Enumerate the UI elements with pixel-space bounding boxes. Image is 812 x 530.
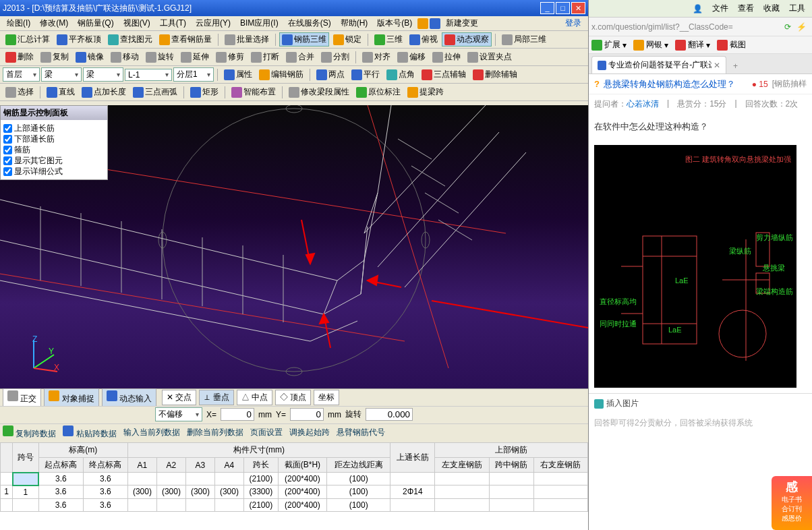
login-link[interactable]: 登录 xyxy=(561,16,585,30)
col-a3[interactable]: A3 xyxy=(185,458,214,473)
table-cell[interactable]: (100) xyxy=(327,485,390,499)
table-cell[interactable]: (200*400) xyxy=(278,485,326,499)
col-a1[interactable]: A1 xyxy=(127,458,156,473)
batch-select-button[interactable]: 批量选择 xyxy=(222,32,272,47)
table-cell[interactable] xyxy=(13,473,38,485)
col-left-support[interactable]: 左支座钢筋 xyxy=(435,458,489,473)
paste-span-button[interactable]: 粘贴跨数据 xyxy=(63,425,116,440)
input-col-button[interactable]: 输入当前列数据 xyxy=(123,427,180,438)
insert-image-button[interactable]: 插入图片 xyxy=(589,393,812,413)
br-menu-view[interactable]: 查看 xyxy=(738,3,754,14)
table-cell[interactable] xyxy=(185,473,214,485)
comp-name-dropdown[interactable]: L-1 xyxy=(125,69,172,81)
edit-rebar-button[interactable]: 编辑钢筋 xyxy=(256,67,306,82)
coord-toggle[interactable]: 坐标 xyxy=(314,390,339,405)
table-cell[interactable]: (2100) xyxy=(243,473,278,485)
menu-view[interactable]: 视图(V) xyxy=(119,16,154,30)
span-button[interactable]: 提梁跨 xyxy=(405,85,446,99)
col-right-support[interactable]: 右支座钢筋 xyxy=(533,458,587,473)
ortho-toggle[interactable]: 正交 xyxy=(3,388,41,407)
cantilever-code-button[interactable]: 悬臂钢筋代号 xyxy=(337,427,385,438)
menu-version[interactable]: 版本号(B) xyxy=(373,16,416,30)
table-cell[interactable]: 1 xyxy=(1,485,13,499)
col-a4[interactable]: A4 xyxy=(214,458,243,473)
copy-button[interactable]: 复制 xyxy=(38,50,71,64)
rect-button[interactable]: 矩形 xyxy=(187,85,221,99)
col-elevation[interactable]: 标高(m) xyxy=(38,443,127,458)
menu-draw[interactable]: 绘图(I) xyxy=(3,16,34,30)
table-cell[interactable] xyxy=(489,498,533,511)
osnap-toggle[interactable]: 对象捕捉 xyxy=(44,388,98,407)
col-a2[interactable]: A2 xyxy=(156,458,185,473)
globe-icon[interactable] xyxy=(417,18,428,29)
span-table[interactable]: 跨号 标高(m) 构件尺寸(mm) 上通长筋 上部钢筋 起点标高 终点标高 A1… xyxy=(0,442,588,530)
merge-button[interactable]: 合并 xyxy=(283,50,317,64)
table-cell[interactable] xyxy=(13,498,38,511)
menu-bim[interactable]: BIM应用(I) xyxy=(236,16,283,30)
grip-button[interactable]: 设置夹点 xyxy=(465,50,515,64)
inplace-button[interactable]: 原位标注 xyxy=(353,85,403,99)
floor-dropdown[interactable]: 首层 xyxy=(3,67,40,82)
threepoint-aux-button[interactable]: 三点辅轴 xyxy=(419,67,469,82)
vertex-toggle[interactable]: ◇ 顶点 xyxy=(275,390,311,405)
select-tool-button[interactable]: 选择 xyxy=(3,85,36,99)
comp-type-dropdown[interactable]: 梁 xyxy=(83,67,123,82)
comp-cat-dropdown[interactable]: 梁 xyxy=(41,67,82,82)
layer-dropdown[interactable]: 分层1 xyxy=(173,67,214,82)
table-cell[interactable] xyxy=(435,473,489,485)
rotate-button[interactable]: 旋转 xyxy=(143,50,177,64)
move-button[interactable]: 移动 xyxy=(108,50,142,64)
twopoint-button[interactable]: 两点 xyxy=(314,67,347,82)
delete-col-button[interactable]: 删除当前列数据 xyxy=(187,427,243,438)
smart-button[interactable]: 智能布置 xyxy=(229,85,279,99)
offset-button[interactable]: 偏移 xyxy=(395,50,428,64)
menu-newchange[interactable]: 新建变更 xyxy=(442,16,482,30)
table-cell[interactable] xyxy=(1,473,13,485)
table-cell[interactable] xyxy=(390,473,435,485)
orbit-button[interactable]: 动态观察 xyxy=(442,32,492,47)
menu-cloud[interactable]: 云应用(Y) xyxy=(192,16,235,30)
rebar-3d-button[interactable]: 钢筋三维 xyxy=(279,32,329,47)
local-3d-button[interactable]: 局部三维 xyxy=(499,32,549,47)
lightning-icon[interactable]: ⚡ xyxy=(794,22,809,32)
question-diagram[interactable]: 图二 建筑转角双向悬挑梁处加强 梁纵筋 剪力墙纵筋 悬挑梁 梁端构造筋 直径标高… xyxy=(594,145,796,388)
find-button[interactable]: 查找图元 xyxy=(105,32,155,47)
table-cell[interactable] xyxy=(489,485,533,499)
offset-mode-dropdown[interactable]: 不偏移 xyxy=(155,407,202,421)
table-cell[interactable]: 1 xyxy=(13,485,38,499)
chk-other-elem[interactable]: 显示其它图元 xyxy=(3,155,105,166)
page-setup-button[interactable]: 页面设置 xyxy=(250,427,283,438)
arc-button[interactable]: 三点画弧 xyxy=(130,85,180,99)
view-3d-button[interactable]: 三维 xyxy=(372,32,405,47)
col-span-len[interactable]: 跨长 xyxy=(243,458,278,473)
table-cell[interactable] xyxy=(185,498,214,511)
table-cell[interactable]: 3.6 xyxy=(38,498,83,511)
ext-wangyin[interactable]: 网银 ▾ xyxy=(633,39,668,51)
top-view-button[interactable]: 俯视 xyxy=(407,32,440,47)
align-button[interactable]: 对齐 xyxy=(359,50,393,64)
break-button[interactable]: 打断 xyxy=(248,50,282,64)
browser-tab[interactable]: 专业造价问题答疑平台-广联达 ✕ xyxy=(591,56,726,73)
reload-icon[interactable]: ⟳ xyxy=(782,22,794,32)
menu-tool[interactable]: 工具(T) xyxy=(156,16,190,30)
user-icon[interactable]: 👤 xyxy=(693,4,703,13)
mid-toggle[interactable]: △ 中点 xyxy=(237,390,272,405)
br-menu-fav[interactable]: 收藏 xyxy=(763,3,780,14)
table-cell[interactable]: 3.6 xyxy=(83,498,127,511)
table-cell[interactable] xyxy=(533,485,587,499)
col-topbar[interactable]: 上部钢筋 xyxy=(435,443,588,458)
menu-online[interactable]: 在线服务(S) xyxy=(284,16,335,30)
table-cell[interactable] xyxy=(1,498,13,511)
trim-button[interactable]: 修剪 xyxy=(213,50,247,64)
ext-kuozhan[interactable]: 扩展 ▾ xyxy=(591,39,627,51)
col-mid-span[interactable]: 跨中钢筋 xyxy=(489,458,533,473)
chk-top-bar[interactable]: 上部通长筋 xyxy=(3,123,105,134)
chk-bottom-bar[interactable]: 下部通长筋 xyxy=(3,134,105,144)
table-cell[interactable] xyxy=(435,498,489,511)
col-section[interactable]: 截面(B*H) xyxy=(278,458,326,473)
calc-button[interactable]: 汇总计算 xyxy=(3,32,53,47)
table-cell[interactable]: (300) xyxy=(185,485,214,499)
ext-fanyi[interactable]: 翻译 ▾ xyxy=(675,39,710,51)
intersect-toggle[interactable]: ✕ 交点 xyxy=(162,390,196,405)
chk-detail-formula[interactable]: 显示详细公式 xyxy=(3,166,105,177)
